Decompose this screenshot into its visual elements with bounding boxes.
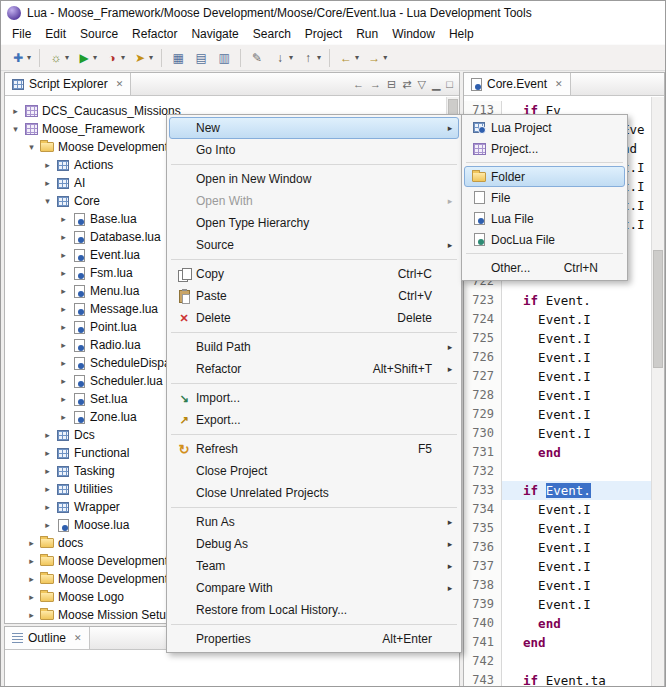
context-menu-item-open-in-new-window[interactable]: Open in New Window — [169, 168, 459, 190]
dropdown-arrow-icon[interactable]: ▾ — [317, 53, 321, 62]
context-menu-item-source[interactable]: Source▸ — [169, 234, 459, 256]
dropdown-arrow-icon[interactable]: ▾ — [149, 53, 153, 62]
submenu-item-lua-project[interactable]: Lua Project — [464, 117, 625, 138]
close-icon[interactable]: ✕ — [116, 79, 124, 89]
debug-button[interactable]: ☼▾ — [45, 47, 72, 69]
expander-open-icon[interactable]: ▾ — [25, 142, 38, 152]
code-line-735[interactable]: 735 Event.I — [464, 519, 651, 538]
view-menu-icon[interactable]: ▽ — [417, 78, 425, 91]
expander-closed-icon[interactable]: ▸ — [25, 592, 38, 602]
forward-icon[interactable]: → — [370, 78, 381, 90]
code-line-743[interactable]: 743 if Event.ta — [464, 671, 651, 686]
expander-closed-icon[interactable]: ▸ — [25, 556, 38, 566]
expander-closed-icon[interactable]: ▸ — [57, 304, 70, 314]
context-menu-item-refactor[interactable]: RefactorAlt+Shift+T▸ — [169, 358, 459, 380]
context-menu-item-go-into[interactable]: Go Into — [169, 139, 459, 161]
tab-outline[interactable]: Outline ✕ — [5, 627, 90, 649]
dropdown-arrow-icon[interactable]: ▾ — [121, 53, 125, 62]
menubar-item-search[interactable]: Search — [246, 25, 298, 43]
expander-closed-icon[interactable]: ▸ — [57, 340, 70, 350]
menubar-item-edit[interactable]: Edit — [38, 25, 73, 43]
menubar-item-navigate[interactable]: Navigate — [184, 25, 245, 43]
submenu-item-file[interactable]: File — [464, 187, 625, 208]
dropdown-arrow-icon[interactable]: ▾ — [289, 53, 293, 62]
context-menu-item-open-with[interactable]: Open With▸ — [169, 190, 459, 212]
close-icon[interactable]: ✕ — [555, 79, 563, 89]
expander-closed-icon[interactable]: ▸ — [57, 358, 70, 368]
dropdown-arrow-icon[interactable]: ▾ — [383, 53, 387, 62]
menubar-item-help[interactable]: Help — [442, 25, 481, 43]
menubar-item-file[interactable]: File — [5, 25, 38, 43]
dropdown-arrow-icon[interactable]: ▾ — [93, 53, 97, 62]
code-line-723[interactable]: 723 if Event. — [464, 291, 651, 310]
context-menu-item-paste[interactable]: PasteCtrl+V — [169, 285, 459, 307]
context-menu-item-close-unrelated-projects[interactable]: Close Unrelated Projects — [169, 482, 459, 504]
menubar-item-window[interactable]: Window — [385, 25, 442, 43]
expander-closed-icon[interactable]: ▸ — [57, 214, 70, 224]
external-tools-button[interactable]: ➤▾ — [129, 47, 156, 69]
expander-closed-icon[interactable]: ▸ — [41, 520, 54, 530]
code-line-736[interactable]: 736 Event.I — [464, 538, 651, 557]
expander-closed-icon[interactable]: ▸ — [41, 466, 54, 476]
code-line-725[interactable]: 725 Event.I — [464, 329, 651, 348]
dropdown-arrow-icon[interactable]: ▾ — [27, 53, 31, 62]
dropdown-arrow-icon[interactable]: ▾ — [65, 53, 69, 62]
expander-closed-icon[interactable]: ▸ — [41, 160, 54, 170]
table-1-button[interactable]: ▦ — [167, 47, 189, 69]
expander-closed-icon[interactable]: ▸ — [57, 394, 70, 404]
tab-script-explorer[interactable]: Script Explorer ✕ — [5, 73, 131, 95]
code-line-726[interactable]: 726 Event.I — [464, 348, 651, 367]
run-button[interactable]: ▶▾ — [73, 47, 100, 69]
code-line-734[interactable]: 734 Event.I — [464, 500, 651, 519]
code-line-727[interactable]: 727 Event.I — [464, 367, 651, 386]
expander-closed-icon[interactable]: ▸ — [41, 484, 54, 494]
context-menu-item-open-type-hierarchy[interactable]: Open Type Hierarchy — [169, 212, 459, 234]
table-3-button[interactable]: ▥ — [213, 47, 235, 69]
submenu-item-lua-file[interactable]: Lua File — [464, 208, 625, 229]
submenu-item-project[interactable]: Project... — [464, 138, 625, 159]
menubar-item-source[interactable]: Source — [73, 25, 125, 43]
code-line-742[interactable]: 742 — [464, 652, 651, 671]
back-button[interactable]: ←▾ — [335, 47, 362, 69]
expander-closed-icon[interactable]: ▸ — [57, 250, 70, 260]
dropdown-arrow-icon[interactable]: ▾ — [355, 53, 359, 62]
expander-open-icon[interactable]: ▾ — [9, 124, 22, 134]
expander-closed-icon[interactable]: ▸ — [57, 376, 70, 386]
minimize-icon[interactable]: ▁ — [432, 78, 440, 91]
code-line-737[interactable]: 737 Event.I — [464, 557, 651, 576]
code-line-724[interactable]: 724 Event.I — [464, 310, 651, 329]
code-line-733[interactable]: 733 if Event. — [464, 481, 651, 500]
context-menu-item-new[interactable]: New▸ — [169, 117, 459, 139]
maximize-icon[interactable]: □ — [446, 78, 453, 90]
menubar-item-project[interactable]: Project — [298, 25, 349, 43]
forward-button[interactable]: →▾ — [363, 47, 390, 69]
expander-closed-icon[interactable]: ▸ — [41, 448, 54, 458]
back-icon[interactable]: ← — [353, 78, 364, 90]
expander-open-icon[interactable]: ▾ — [41, 196, 54, 206]
next-annotation-button[interactable]: ↓▾ — [269, 47, 296, 69]
prev-annotation-button[interactable]: ↑▾ — [297, 47, 324, 69]
collapse-all-icon[interactable]: ⊟ — [387, 78, 396, 91]
context-menu-item-run-as[interactable]: Run As▸ — [169, 511, 459, 533]
code-line-732[interactable]: 732 — [464, 462, 651, 481]
expander-closed-icon[interactable]: ▸ — [57, 268, 70, 278]
expander-closed-icon[interactable]: ▸ — [57, 232, 70, 242]
new-wizard-button[interactable]: ✚▾ — [7, 47, 34, 69]
context-menu-item-refresh[interactable]: ↻RefreshF5 — [169, 438, 459, 460]
scrollbar-thumb[interactable] — [653, 250, 663, 368]
expander-closed-icon[interactable]: ▸ — [25, 538, 38, 548]
code-line-741[interactable]: 741 end — [464, 633, 651, 652]
expander-closed-icon[interactable]: ▸ — [9, 106, 22, 116]
expander-closed-icon[interactable]: ▸ — [41, 430, 54, 440]
expander-closed-icon[interactable]: ▸ — [57, 286, 70, 296]
expander-closed-icon[interactable]: ▸ — [57, 322, 70, 332]
menubar-item-run[interactable]: Run — [349, 25, 385, 43]
context-menu-item-import[interactable]: ↘Import... — [169, 387, 459, 409]
code-line-740[interactable]: 740 end — [464, 614, 651, 633]
expander-closed-icon[interactable]: ▸ — [57, 412, 70, 422]
tab-core-event[interactable]: Core.Event ✕ — [464, 73, 571, 95]
context-menu-item-close-project[interactable]: Close Project — [169, 460, 459, 482]
code-line-738[interactable]: 738 Event.I — [464, 576, 651, 595]
context-menu-item-properties[interactable]: PropertiesAlt+Enter — [169, 628, 459, 650]
context-menu-item-compare-with[interactable]: Compare With▸ — [169, 577, 459, 599]
